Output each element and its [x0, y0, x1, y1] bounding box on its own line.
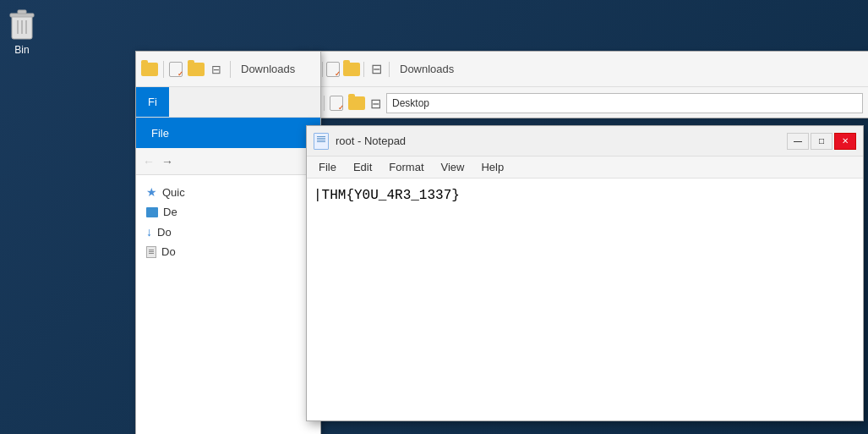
menu-edit[interactable]: Edit: [345, 157, 380, 178]
title-pin-icon: ⊟: [211, 63, 221, 76]
explorer2-title: Downloads: [393, 63, 454, 75]
close-button[interactable]: ✕: [834, 133, 856, 150]
notepad-text-cursor: |: [314, 188, 322, 203]
window-controls: — □ ✕: [787, 133, 856, 150]
notepad-window[interactable]: root - Notepad — □ ✕ File Edit Format Vi…: [306, 125, 864, 421]
desktop-icon: [146, 207, 158, 217]
pin-icon: ⊟: [371, 61, 382, 77]
documents-icon: [146, 246, 156, 258]
menu-file-label: File: [319, 161, 336, 173]
svg-rect-1: [10, 14, 34, 17]
notepad-text-content: THM{Y0U_4R3_1337}: [322, 188, 460, 203]
maximize-button[interactable]: □: [811, 133, 833, 150]
title-clipboard: ✓: [169, 62, 183, 77]
sidebar-quick-access-label: Quic: [162, 186, 185, 199]
explorer-window-main[interactable]: ✓ ⊟ Downloads Fi File ← → ★ Quic De: [135, 51, 321, 434]
notepad-title: root - Notepad: [336, 135, 780, 147]
menu-view-label: View: [441, 161, 465, 173]
menu-help[interactable]: Help: [472, 157, 512, 178]
divider3: [389, 62, 390, 77]
explorer-titlebar: ✓ ⊟ Downloads: [136, 52, 320, 87]
title-folder-icon2: [188, 63, 205, 76]
sidebar-item-documents[interactable]: Do: [136, 242, 320, 261]
menu-edit-label: Edit: [353, 161, 372, 173]
file-menu-item[interactable]: File: [139, 124, 181, 143]
address-bar2[interactable]: Desktop: [386, 93, 863, 113]
clipboard-icon2: ✓: [330, 96, 343, 111]
recycle-bin-label: Bin: [14, 44, 29, 56]
recycle-bin-icon: [8, 8, 35, 41]
divider2: [363, 62, 364, 77]
menu-file[interactable]: File: [310, 157, 345, 178]
title-divider1: [163, 61, 164, 78]
minimize-button[interactable]: —: [787, 133, 809, 150]
title-folder-icon: [141, 63, 158, 76]
folder-icon2: [343, 63, 360, 76]
pin-icon2: ⊟: [370, 96, 381, 112]
sidebar-documents-label: Do: [161, 245, 176, 258]
clipboard-icon: ✓: [326, 62, 340, 77]
divider4: [324, 96, 325, 111]
menu-format-label: Format: [389, 161, 423, 173]
explorer2-titlebar: ✓ ⊟ Downloads: [297, 52, 868, 87]
menu-format[interactable]: Format: [380, 157, 432, 178]
nav-forward-arrow[interactable]: →: [161, 155, 173, 168]
file-menu-label: File: [151, 127, 169, 140]
notepad-content-area[interactable]: |THM{Y0U_4R3_1337}: [307, 179, 863, 420]
notepad-titlebar: root - Notepad — □ ✕: [307, 126, 863, 157]
explorer-ribbon: Fi: [136, 87, 320, 118]
recycle-bin[interactable]: Bin: [8, 8, 35, 56]
folder-icon3: [348, 96, 365, 110]
notepad-menubar: File Edit Format View Help: [307, 157, 863, 179]
sidebar-item-quick-access[interactable]: ★ Quic: [136, 182, 320, 202]
ribbon-tab-file-label: Fi: [148, 96, 157, 108]
explorer2-nav: ✓ ⊟ Desktop: [297, 87, 868, 118]
sidebar-item-downloads[interactable]: ↓ Do: [136, 222, 320, 242]
notepad-icon: [314, 133, 329, 150]
file-menu-expanded: File: [136, 118, 320, 148]
sidebar-item-desktop[interactable]: De: [136, 202, 320, 222]
nav-back-arrow[interactable]: ←: [143, 155, 155, 168]
ribbon-tab-file[interactable]: Fi: [136, 87, 169, 117]
sidebar-downloads-label: Do: [157, 226, 172, 239]
star-icon: ★: [146, 185, 157, 199]
explorer-title: Downloads: [236, 63, 295, 75]
menu-view[interactable]: View: [433, 157, 473, 178]
downloads-arrow-icon: ↓: [146, 225, 152, 239]
title-divider2: [230, 61, 231, 78]
address-text2: Desktop: [392, 97, 429, 109]
svg-rect-2: [18, 10, 26, 14]
menu-help-label: Help: [481, 161, 504, 173]
sidebar-desktop-label: De: [163, 206, 177, 218]
explorer-nav: ← →: [136, 148, 320, 175]
explorer-sidebar: ★ Quic De ↓ Do Do: [136, 175, 320, 434]
explorer-window-downloads[interactable]: ✓ ⊟ Downloads ✓ ⊟ Desktop: [296, 51, 868, 118]
divider1: [322, 62, 323, 77]
